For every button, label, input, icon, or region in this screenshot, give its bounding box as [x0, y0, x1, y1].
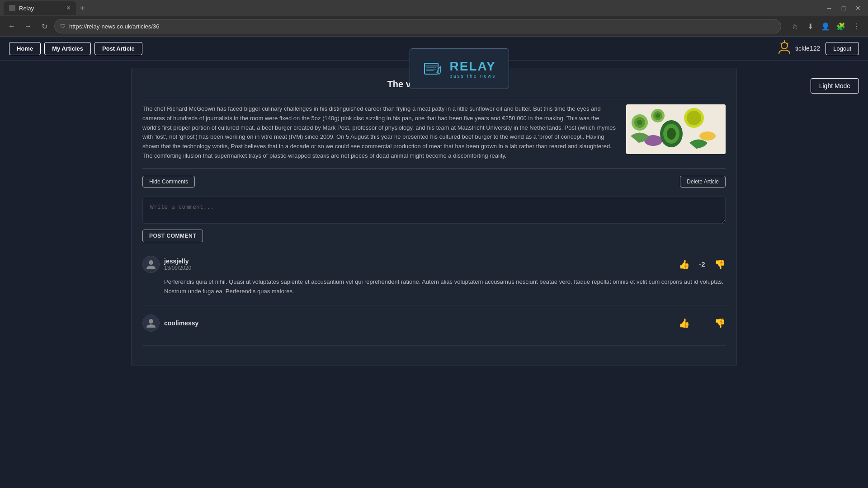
comment-user-info-2: coolimessy	[142, 314, 198, 332]
close-window-button[interactable]: ✕	[852, 2, 864, 14]
svg-line-9	[787, 43, 788, 44]
downvote-button-2[interactable]: 👎	[714, 319, 726, 328]
forward-button[interactable]: →	[22, 20, 34, 33]
menu-button[interactable]: ⋮	[850, 20, 863, 33]
svg-point-24	[699, 131, 716, 141]
browser-action-buttons: ☆ ⬇ 👤 🧩 ⋮	[788, 20, 863, 33]
article-actions-bar: Hide Comments Delete Article	[142, 176, 726, 188]
new-tab-button[interactable]: +	[78, 3, 87, 14]
header-right: tickle122 Logout	[776, 40, 859, 56]
post-article-button[interactable]: Post Article	[94, 42, 142, 55]
comment-user-meta: jessjelly 13/09/2020	[164, 258, 191, 271]
post-comment-button[interactable]: POST COMMENT	[142, 230, 203, 242]
svg-point-7	[783, 40, 785, 42]
maximize-button[interactable]: □	[837, 2, 850, 14]
back-button[interactable]: ←	[5, 20, 18, 33]
url-text: https://relay-news.co.uk/articles/36	[69, 23, 159, 30]
comment-item-2: coolimessy 👍 👎	[142, 314, 726, 346]
svg-point-25	[149, 260, 153, 265]
user-avatar-icon	[776, 40, 793, 56]
logo-text-group: RELAY pass the news	[449, 59, 496, 79]
svg-point-14	[637, 120, 642, 125]
tab-bar: Relay × + ─ □ ✕	[0, 0, 868, 16]
extensions-button[interactable]: 🧩	[835, 20, 847, 33]
address-bar[interactable]: 🛡 https://relay-news.co.uk/articles/36	[54, 19, 781, 33]
comment-user-meta-2: coolimessy	[164, 319, 198, 327]
security-icon: 🛡	[60, 23, 66, 29]
site-header-wrapper: Light Mode Home My Articles Post Article	[0, 37, 868, 61]
logout-button[interactable]: Logout	[826, 42, 859, 55]
delete-article-button[interactable]: Delete Article	[680, 176, 726, 188]
header-nav-row: Home My Articles Post Article RELAY	[0, 37, 868, 60]
comments-section: jessjelly 13/09/2020 👍 -2 👎 Perferendis …	[142, 256, 726, 346]
svg-point-19	[687, 111, 701, 125]
comment-date: 13/09/2020	[164, 265, 191, 271]
article-divider	[142, 97, 726, 97]
page-scroll-area[interactable]: The vegan carnivore? The chef Richard Mc…	[0, 61, 868, 476]
browser-chrome: Relay × + ─ □ ✕ ← → ↻ 🛡 https://relay-ne…	[0, 0, 868, 37]
article-container: The vegan carnivore? The chef Richard Mc…	[131, 68, 737, 366]
article-bottom-divider	[142, 168, 726, 169]
tab-favicon	[9, 5, 15, 11]
tab-close-button[interactable]: ×	[66, 5, 71, 12]
vote-count: -2	[695, 260, 709, 268]
light-mode-button[interactable]: Light Mode	[811, 78, 859, 94]
refresh-button[interactable]: ↻	[38, 20, 51, 33]
article-image	[626, 104, 726, 154]
active-tab[interactable]: Relay ×	[4, 1, 76, 15]
comment-user-info: jessjelly 13/09/2020	[142, 256, 191, 273]
downvote-button[interactable]: 👎	[714, 260, 726, 269]
logo-tagline-text: pass the news	[449, 74, 496, 79]
upvote-button[interactable]: 👍	[679, 260, 690, 269]
svg-point-26	[149, 319, 153, 324]
svg-line-8	[780, 43, 782, 44]
browser-controls: ← → ↻ 🛡 https://relay-news.co.uk/article…	[0, 16, 868, 36]
comment-header-2: coolimessy 👍 👎	[142, 314, 726, 332]
comment-username: jessjelly	[164, 258, 191, 265]
comment-username-2: coolimessy	[164, 319, 198, 327]
comment-text: Perferendis quia et nihil. Quasi ut volu…	[164, 277, 726, 296]
username-label: tickle122	[795, 45, 820, 52]
article-text: The chef Richard McGeown has faced bigge…	[142, 104, 617, 161]
svg-point-5	[781, 42, 788, 49]
comment-item: jessjelly 13/09/2020 👍 -2 👎 Perferendis …	[142, 256, 726, 306]
svg-point-17	[656, 113, 660, 118]
tab-title: Relay	[19, 5, 34, 12]
download-button[interactable]: ⬇	[804, 20, 816, 33]
comment-input-area: POST COMMENT	[142, 197, 726, 242]
comment-votes-2: 👍 👎	[679, 319, 726, 328]
article-body: The chef Richard McGeown has faced bigge…	[142, 104, 726, 161]
comment-header: jessjelly 13/09/2020 👍 -2 👎	[142, 256, 726, 273]
home-button[interactable]: Home	[9, 42, 41, 55]
hide-comments-button[interactable]: Hide Comments	[142, 176, 195, 188]
minimize-button[interactable]: ─	[823, 2, 835, 14]
comment-avatar-2	[142, 314, 160, 332]
logo-icon	[422, 60, 445, 78]
comment-votes: 👍 -2 👎	[679, 260, 726, 269]
logo-relay-text: RELAY	[449, 59, 496, 74]
profile-button[interactable]: 👤	[819, 20, 832, 33]
comment-avatar	[142, 256, 160, 273]
svg-rect-0	[425, 63, 438, 74]
comment-textarea[interactable]	[142, 197, 726, 224]
site-logo: RELAY pass the news	[410, 48, 509, 89]
main-content: The vegan carnivore? The chef Richard Mc…	[122, 61, 746, 373]
upvote-button-2[interactable]: 👍	[679, 319, 690, 328]
svg-point-22	[667, 128, 676, 140]
my-articles-button[interactable]: My Articles	[44, 42, 91, 55]
user-info: tickle122	[776, 40, 820, 56]
bookmark-button[interactable]: ☆	[788, 20, 801, 33]
window-controls: ─ □ ✕	[823, 2, 864, 14]
